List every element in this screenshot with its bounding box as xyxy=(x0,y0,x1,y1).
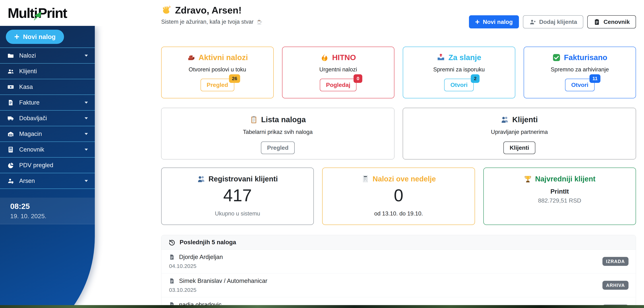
count-badge: 2 xyxy=(471,74,480,83)
outbox-icon xyxy=(437,53,445,62)
stat-footnote: Ukupno u sistemu xyxy=(215,210,260,217)
clipboard-icon xyxy=(594,18,600,25)
card-za-slanje: Za slanje Spremni za isporuku Otvori 2 xyxy=(403,47,515,98)
history-icon xyxy=(168,239,175,246)
app-logo: Multi P rint xyxy=(0,0,102,26)
otvori-button[interactable]: Otvori xyxy=(444,79,474,91)
card-title: Registrovani klijenti xyxy=(197,175,278,183)
page-title: Zdravo, Arsen! xyxy=(161,0,636,16)
sidebar-new-order-button[interactable]: + Novi nalog xyxy=(6,30,64,44)
card-hitno: HITNO Urgentni nalozi Pogledaj 0 xyxy=(282,47,394,98)
klijenti-button[interactable]: Klijenti xyxy=(504,142,535,154)
people-icon xyxy=(197,175,205,183)
user-shield-icon xyxy=(7,178,14,184)
warehouse-icon xyxy=(7,131,14,137)
card-subtitle: Upravljanje partnerima xyxy=(491,129,548,135)
card-subtitle: Urgentni nalozi xyxy=(319,66,357,73)
card-title: Lista naloga xyxy=(250,115,306,124)
folder-icon xyxy=(7,52,14,59)
clock-time: 08:25 xyxy=(10,202,95,211)
card-title: Za slanje xyxy=(437,53,481,62)
plus-icon: + xyxy=(475,18,480,25)
app-logo-text: Multi P rint xyxy=(8,5,67,21)
sidebar-item-cenovnik[interactable]: Cenovnik xyxy=(0,142,95,158)
card-title: Aktivni nalozi xyxy=(187,53,248,62)
top-client-name: PrintIt xyxy=(550,188,569,195)
brick-icon xyxy=(187,53,195,62)
chevron-down-icon xyxy=(84,149,88,151)
plus-icon: + xyxy=(14,33,19,41)
pregled-button[interactable]: Pregled xyxy=(261,142,295,154)
sidebar-item-nalozi[interactable]: Nalozi xyxy=(0,48,95,63)
card-subtitle: Spremni za isporuku xyxy=(433,66,485,73)
stat-value: 0 xyxy=(394,186,403,205)
recent-orders-header: Poslednjih 5 naloga xyxy=(161,235,636,250)
users-icon xyxy=(7,68,14,75)
sidebar: + Novi nalog Nalozi Klijenti Kasa Faktur… xyxy=(0,26,95,308)
recent-orders-panel: Poslednjih 5 naloga Djordje Ardjeljan 04… xyxy=(161,235,636,308)
dashboard-page: Multi P rint + Novi nalog Nalozi xyxy=(0,0,644,308)
fire-icon xyxy=(320,53,329,62)
main-content: Zdravo, Arsen! Sistem je ažuriran, kafa … xyxy=(161,0,636,308)
order-date: 04.10.2025 xyxy=(169,263,628,269)
chevron-down-icon xyxy=(84,133,88,135)
order-list-item[interactable]: Djordje Ardjeljan 04.10.2025 IZRADA xyxy=(161,250,636,273)
card-nalozi-ove-nedelje: Nalozi ove nedelje 0 od 13.10. do 19.10. xyxy=(322,168,475,225)
logo-part-rint: rint xyxy=(47,5,67,21)
sidebar-menu: Nalozi Klijenti Kasa Fakture Dobavljači xyxy=(0,48,95,189)
order-date: 03.10.2025 xyxy=(169,287,628,293)
chevron-down-icon xyxy=(84,117,88,119)
new-order-button[interactable]: + Novi nalog xyxy=(469,15,519,28)
user-plus-icon xyxy=(529,18,536,25)
receipt-icon xyxy=(362,175,370,183)
sidebar-item-kasa[interactable]: Kasa xyxy=(0,79,95,95)
sidebar-new-order-section: + Novi nalog xyxy=(0,26,95,48)
sidebar-item-fakture[interactable]: Fakture xyxy=(0,95,95,111)
waving-hand-icon xyxy=(161,5,171,15)
card-lista-naloga: Lista naloga Tabelarni prikaz svih nalog… xyxy=(161,108,394,159)
order-list-item[interactable]: Simek Branislav / Automehanicar 03.10.20… xyxy=(161,273,636,297)
stat-value: 417 xyxy=(223,186,252,205)
calculator-icon xyxy=(7,146,14,153)
paper-plane-icon xyxy=(32,10,43,20)
top-client-amount: 882.729,51 RSD xyxy=(538,197,581,204)
card-najvredniji-klijent: Najvredniji klijent PrintIt 882.729,51 R… xyxy=(483,168,636,225)
chevron-down-icon xyxy=(84,180,88,182)
count-badge: 11 xyxy=(590,74,600,83)
card-title: HITNO xyxy=(320,53,356,62)
status-badge: ARHIVA xyxy=(602,281,628,290)
check-icon xyxy=(552,53,561,62)
truck-icon xyxy=(7,115,14,122)
people-icon xyxy=(501,116,509,124)
sidebar-item-pdv-pregled[interactable]: PDV pregled xyxy=(0,158,95,173)
card-title: Nalozi ove nedelje xyxy=(362,175,436,183)
trophy-icon xyxy=(524,175,532,183)
desktop-wallpaper-strip xyxy=(0,305,644,308)
count-badge: 0 xyxy=(354,74,362,83)
pie-chart-icon xyxy=(7,162,14,169)
card-title: Klijenti xyxy=(501,115,538,124)
clock-date: 19. 10. 2025. xyxy=(10,213,95,220)
document-icon xyxy=(169,254,175,260)
sidebar-item-klijenti[interactable]: Klijenti xyxy=(0,63,95,79)
card-klijenti: Klijenti Upravljanje partnerima Klijenti xyxy=(403,108,636,159)
card-aktivni-nalozi: Aktivni nalozi Otvoreni poslovi u toku P… xyxy=(161,47,274,98)
card-title: Najvredniji klijent xyxy=(524,175,596,183)
pogledaj-button[interactable]: Pogledaj xyxy=(320,79,356,91)
chevron-down-icon xyxy=(84,55,88,57)
stat-cards-row: Registrovani klijenti 417 Ukupno u siste… xyxy=(161,168,636,225)
sidebar-item-user-arsen[interactable]: Arsen xyxy=(0,173,95,189)
card-subtitle: Spremno za arhiviranje xyxy=(551,66,609,73)
cash-icon xyxy=(7,84,14,90)
pricelist-button[interactable]: Cenovnik xyxy=(587,15,636,28)
sidebar-item-magacin[interactable]: Magacin xyxy=(0,126,95,142)
order-name: Simek Branislav / Automehanicar xyxy=(169,278,628,284)
chevron-down-icon xyxy=(84,102,88,104)
header-actions: + Novi nalog Dodaj klijenta Cenovnik xyxy=(469,15,636,28)
sidebar-item-dobavljaci[interactable]: Dobavljači xyxy=(0,111,95,126)
card-subtitle: Tabelarni prikaz svih naloga xyxy=(243,129,313,135)
stat-footnote: od 13.10. do 19.10. xyxy=(374,210,423,217)
invoice-icon xyxy=(7,99,14,106)
logo-part-p: P xyxy=(38,5,47,21)
add-client-button[interactable]: Dodaj klijenta xyxy=(523,15,583,28)
